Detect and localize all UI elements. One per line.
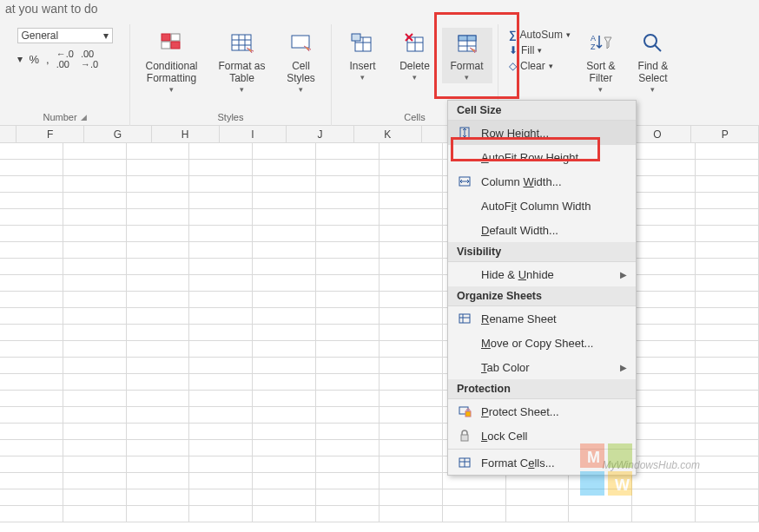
conditional-formatting-button[interactable]: Conditional Formatting ▾ (135, 28, 209, 95)
menu-header-organize: Organize Sheets (448, 286, 636, 306)
menu-format-cells[interactable]: Format Cells... (448, 450, 636, 475)
cell-styles-label: Cell Styles (277, 61, 326, 85)
sort-filter-button[interactable]: AZ Sort & Filter ▾ (578, 28, 624, 95)
col-header[interactable]: K (354, 126, 422, 142)
menu-tab-color[interactable]: Tab Color ▶ (448, 355, 636, 379)
dialog-launcher-icon[interactable]: ◢ (81, 113, 87, 122)
menu-default-width[interactable]: Default Width... (448, 218, 636, 242)
col-header[interactable]: I (220, 126, 287, 142)
menu-row-height-label: Row Height... (481, 127, 549, 140)
svg-point-25 (644, 35, 657, 47)
format-cells-icon (457, 455, 472, 470)
col-header[interactable]: P (691, 126, 759, 142)
format-label: Format (450, 61, 483, 73)
worksheet[interactable]: F G H I J K L M N O P (0, 126, 759, 532)
menu-hide-unhide[interactable]: Hide & Unhide ▶ (448, 262, 636, 286)
sort-filter-icon: AZ (587, 30, 615, 57)
menu-format-cells-label: Format Cells... (481, 456, 555, 470)
svg-rect-29 (459, 314, 470, 323)
chevron-down-icon: ▾ (538, 46, 542, 55)
menu-tab-color-label: Tab Color (481, 361, 530, 374)
chevron-down-icon: ▾ (566, 30, 571, 39)
menu-rename-sheet[interactable]: Rename Sheet (448, 306, 636, 331)
sort-filter-label: Sort & Filter (579, 61, 623, 85)
format-dropdown-menu: Cell Size Row Height... AutoFit Row Heig… (447, 100, 637, 476)
chevron-down-icon: ▾ (549, 62, 553, 70)
decrease-decimal-button[interactable]: .00→.0 (81, 49, 98, 69)
insert-icon (349, 30, 377, 57)
col-header[interactable]: H (152, 126, 220, 142)
menu-header-cell-size: Cell Size (448, 101, 636, 121)
menu-column-width[interactable]: Column Width... (448, 169, 636, 194)
autosum-button[interactable]: ∑ AutoSum ▾ (507, 28, 572, 42)
menu-autofit-row[interactable]: AutoFit Row Height (448, 145, 636, 169)
comma-button[interactable]: , (46, 53, 50, 66)
format-as-table-button[interactable]: Format as Table ▾ (211, 28, 274, 95)
menu-protect-sheet[interactable]: Protect Sheet... (448, 399, 636, 424)
menu-autofit-column-label: AutoFit Column Width (481, 200, 591, 213)
format-icon (453, 30, 481, 57)
group-styles: Conditional Formatting ▾ Format as Table… (130, 24, 332, 126)
row-height-icon (457, 125, 472, 141)
format-button[interactable]: Format ▾ (442, 28, 492, 83)
eraser-icon: ◇ (509, 60, 517, 72)
cell-styles-button[interactable]: Cell Styles ▾ (275, 28, 327, 95)
menu-row-height[interactable]: Row Height... (448, 121, 636, 145)
menu-protect-sheet-label: Protect Sheet... (481, 405, 559, 418)
chevron-down-icon: ▾ (412, 73, 417, 82)
fill-button[interactable]: ⬇ Fill ▾ (507, 43, 572, 57)
find-select-button[interactable]: Find & Select ▾ (630, 28, 676, 95)
col-header[interactable]: J (287, 126, 354, 142)
delete-icon (401, 30, 429, 57)
chevron-down-icon: ▾ (650, 85, 655, 94)
format-as-table-icon (228, 30, 256, 57)
menu-autofit-row-label: AutoFit Row Height (481, 151, 578, 164)
column-headers[interactable]: F G H I J K L M N O P (0, 126, 759, 143)
insert-button[interactable]: Insert ▾ (338, 28, 388, 83)
protect-sheet-icon (457, 404, 472, 419)
submenu-arrow-icon: ▶ (620, 363, 627, 372)
delete-label: Delete (399, 61, 430, 73)
menu-rename-sheet-label: Rename Sheet (481, 312, 557, 325)
menu-autofit-column[interactable]: AutoFit Column Width (448, 194, 636, 218)
svg-text:Z: Z (591, 43, 596, 51)
menu-default-width-label: Default Width... (481, 224, 558, 237)
svg-rect-2 (162, 42, 170, 49)
submenu-arrow-icon: ▶ (620, 270, 627, 279)
menu-lock-cell-label: Lock Cell (481, 430, 527, 443)
grid-rows[interactable] (0, 143, 759, 522)
ribbon: at you want to do General ▾ ▾ % , ←.0.00… (0, 0, 759, 126)
fill-down-icon: ⬇ (509, 44, 518, 56)
clear-button[interactable]: ◇ Clear ▾ (507, 59, 572, 73)
menu-header-protection: Protection (448, 379, 636, 399)
rename-sheet-icon (457, 311, 472, 326)
menu-move-copy[interactable]: Move or Copy Sheet... (448, 331, 636, 355)
col-header[interactable]: F (16, 126, 84, 142)
column-width-icon (457, 174, 472, 189)
svg-rect-13 (352, 34, 360, 41)
svg-rect-1 (171, 34, 180, 41)
chevron-down-icon: ▾ (465, 73, 469, 82)
tell-me-text: at you want to do (0, 2, 103, 16)
number-format-select[interactable]: General ▾ (17, 28, 113, 43)
delete-button[interactable]: Delete ▾ (390, 28, 440, 83)
lock-icon (457, 428, 472, 443)
find-select-label: Find & Select (631, 61, 675, 85)
percent-button[interactable]: % (30, 53, 40, 66)
currency-dropdown[interactable]: ▾ (17, 53, 23, 65)
number-format-value: General (22, 30, 59, 42)
svg-text:A: A (591, 34, 596, 43)
svg-rect-9 (292, 36, 309, 48)
menu-separator (448, 449, 636, 450)
svg-rect-33 (465, 411, 471, 417)
col-header[interactable]: G (84, 126, 152, 142)
chevron-down-icon: ▾ (103, 30, 109, 42)
menu-lock-cell[interactable]: Lock Cell (448, 424, 636, 448)
menu-hide-unhide-label: Hide & Unhide (481, 268, 554, 281)
fill-label: Fill (521, 44, 534, 56)
increase-decimal-button[interactable]: ←.0.00 (56, 49, 74, 69)
chevron-down-icon: ▾ (299, 85, 303, 94)
group-number: General ▾ ▾ % , ←.0.00 .00→.0 Number ◢ (0, 24, 130, 126)
conditional-formatting-label: Conditional Formatting (136, 61, 208, 85)
clear-label: Clear (520, 60, 545, 72)
